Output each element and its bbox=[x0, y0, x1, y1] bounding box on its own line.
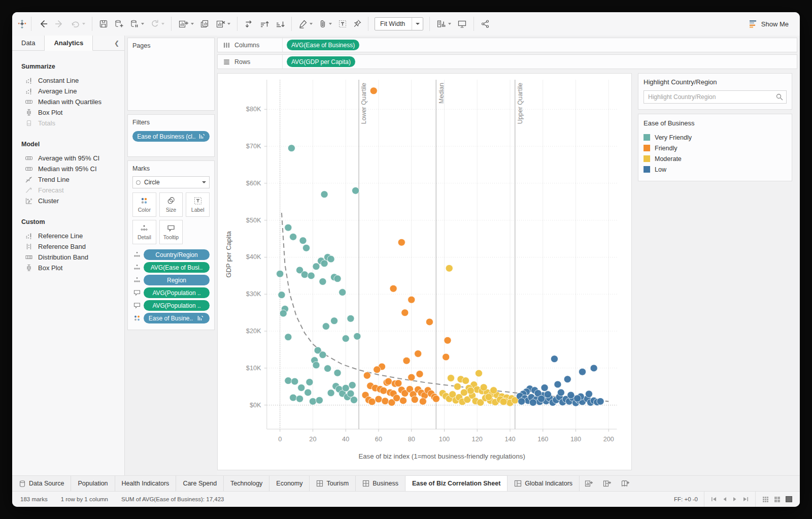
data-point-friendly[interactable] bbox=[375, 396, 382, 403]
sheet-tab-tourism[interactable]: Tourism bbox=[310, 476, 356, 491]
data-point-friendly[interactable] bbox=[363, 372, 370, 379]
presentation-mode-button[interactable] bbox=[455, 17, 469, 30]
collapse-pane-button[interactable]: ❮ bbox=[109, 36, 124, 50]
analytics-item-constant-line[interactable]: Constant Line bbox=[21, 75, 124, 86]
data-point-very-friendly[interactable] bbox=[313, 263, 320, 270]
size-button[interactable]: Size bbox=[159, 192, 183, 217]
data-point-low[interactable] bbox=[579, 368, 586, 375]
data-point-low[interactable] bbox=[564, 376, 571, 383]
data-point-very-friendly[interactable] bbox=[288, 145, 295, 152]
filters-shelf[interactable]: Filters Ease of Business (cl.. bbox=[127, 114, 215, 157]
data-point-very-friendly[interactable] bbox=[308, 272, 315, 279]
data-point-very-friendly[interactable] bbox=[306, 379, 313, 386]
data-point-friendly[interactable] bbox=[443, 353, 450, 361]
new-dashboard-button[interactable] bbox=[598, 476, 616, 491]
sort-descending-button[interactable] bbox=[273, 17, 287, 30]
data-point-moderate[interactable] bbox=[460, 389, 467, 396]
sheet-tab-health-indicators[interactable]: Health Indicators bbox=[115, 476, 177, 491]
data-point-very-friendly[interactable] bbox=[304, 389, 312, 396]
legend-item-very-friendly[interactable]: Very Friendly bbox=[644, 132, 787, 143]
data-point-low[interactable] bbox=[597, 398, 604, 405]
data-point-friendly[interactable] bbox=[374, 366, 381, 373]
duplicate-button[interactable] bbox=[197, 17, 212, 30]
data-point-very-friendly[interactable] bbox=[339, 289, 346, 296]
data-point-low[interactable] bbox=[574, 395, 581, 402]
group-members-button[interactable] bbox=[316, 17, 334, 30]
data-point-low[interactable] bbox=[557, 389, 564, 396]
data-point-friendly[interactable] bbox=[415, 350, 422, 358]
data-point-low[interactable] bbox=[544, 391, 551, 398]
fit-dropdown[interactable]: Fit Width bbox=[375, 17, 423, 30]
data-point-low[interactable] bbox=[585, 391, 592, 398]
data-point-moderate[interactable] bbox=[480, 384, 487, 391]
highlight-button[interactable] bbox=[296, 17, 315, 30]
data-point-friendly[interactable] bbox=[398, 239, 405, 246]
sheet-tab-ease-of-biz-correlation-sheet[interactable]: Ease of Biz Correlation Sheet bbox=[405, 475, 507, 491]
sort-ascending-button[interactable] bbox=[257, 17, 272, 30]
data-point-very-friendly[interactable] bbox=[327, 255, 334, 263]
tableau-logo-icon[interactable] bbox=[17, 19, 27, 29]
search-icon[interactable] bbox=[775, 93, 784, 101]
show-mark-labels-button[interactable] bbox=[335, 17, 350, 30]
data-point-friendly[interactable] bbox=[419, 398, 426, 405]
data-point-low[interactable] bbox=[551, 355, 558, 363]
replay-button[interactable] bbox=[68, 17, 88, 30]
data-point-very-friendly[interactable] bbox=[319, 351, 326, 359]
data-point-very-friendly[interactable] bbox=[290, 394, 297, 401]
analytics-item-box-plot[interactable]: Box Plot bbox=[21, 107, 124, 118]
data-point-very-friendly[interactable] bbox=[321, 260, 328, 267]
data-point-very-friendly[interactable] bbox=[316, 397, 323, 404]
legend-item-low[interactable]: Low bbox=[644, 164, 787, 175]
data-point-very-friendly[interactable] bbox=[277, 270, 284, 277]
trend-line[interactable] bbox=[282, 213, 608, 401]
data-point-low[interactable] bbox=[529, 399, 536, 406]
tab-analytics[interactable]: Analytics bbox=[45, 36, 93, 51]
data-point-very-friendly[interactable] bbox=[347, 390, 354, 397]
data-point-low[interactable] bbox=[590, 365, 597, 372]
tab-data[interactable]: Data bbox=[12, 36, 45, 50]
color-button[interactable]: Color bbox=[132, 192, 156, 217]
new-story-button[interactable] bbox=[616, 476, 634, 491]
tooltip-button[interactable]: Tooltip bbox=[159, 220, 183, 244]
new-worksheet-button[interactable] bbox=[580, 476, 598, 491]
dimension-pill[interactable]: Ease of Business (cl.. bbox=[132, 131, 210, 142]
fix-axes-button[interactable] bbox=[351, 17, 364, 30]
sheet-tab-economy[interactable]: Economy bbox=[269, 476, 310, 491]
dimension-pill[interactable]: Country/Region bbox=[144, 249, 210, 260]
redo-button[interactable] bbox=[52, 17, 67, 30]
data-point-very-friendly[interactable] bbox=[301, 271, 308, 278]
data-point-very-friendly[interactable] bbox=[334, 369, 341, 376]
show-sheet-sorter-button[interactable] bbox=[762, 496, 769, 503]
data-point-very-friendly[interactable] bbox=[330, 317, 337, 325]
data-point-friendly[interactable] bbox=[370, 87, 377, 94]
new-worksheet-button[interactable] bbox=[176, 17, 196, 30]
show-tabs-button[interactable] bbox=[785, 496, 793, 503]
data-point-moderate[interactable] bbox=[490, 387, 497, 394]
data-point-very-friendly[interactable] bbox=[278, 291, 285, 299]
data-point-friendly[interactable] bbox=[432, 395, 439, 402]
data-point-friendly[interactable] bbox=[403, 357, 410, 364]
data-point-moderate[interactable] bbox=[467, 387, 474, 394]
data-point-moderate[interactable] bbox=[485, 394, 492, 401]
data-point-moderate[interactable] bbox=[462, 377, 469, 384]
analytics-item-reference-line[interactable]: Reference Line bbox=[21, 231, 124, 241]
data-point-friendly[interactable] bbox=[408, 296, 415, 303]
data-point-friendly[interactable] bbox=[382, 398, 389, 405]
data-point-low[interactable] bbox=[518, 398, 525, 405]
pages-shelf[interactable]: Pages bbox=[127, 38, 215, 111]
save-button[interactable] bbox=[96, 17, 111, 30]
go-next-button[interactable] bbox=[732, 496, 737, 502]
share-button[interactable] bbox=[478, 17, 492, 30]
data-point-very-friendly[interactable] bbox=[298, 384, 305, 392]
go-previous-button[interactable] bbox=[722, 496, 727, 502]
data-point-friendly[interactable] bbox=[444, 337, 451, 344]
data-point-very-friendly[interactable] bbox=[319, 278, 326, 285]
highlight-search-input[interactable] bbox=[644, 90, 787, 104]
data-point-moderate[interactable] bbox=[447, 375, 454, 382]
data-point-friendly[interactable] bbox=[416, 371, 423, 378]
data-point-very-friendly[interactable] bbox=[347, 315, 354, 322]
sheet-tab-technology[interactable]: Technology bbox=[224, 476, 269, 491]
clear-sheet-button[interactable] bbox=[213, 17, 233, 30]
analytics-item-trend-line[interactable]: Trend Line bbox=[21, 174, 124, 185]
data-point-friendly[interactable] bbox=[408, 374, 415, 381]
